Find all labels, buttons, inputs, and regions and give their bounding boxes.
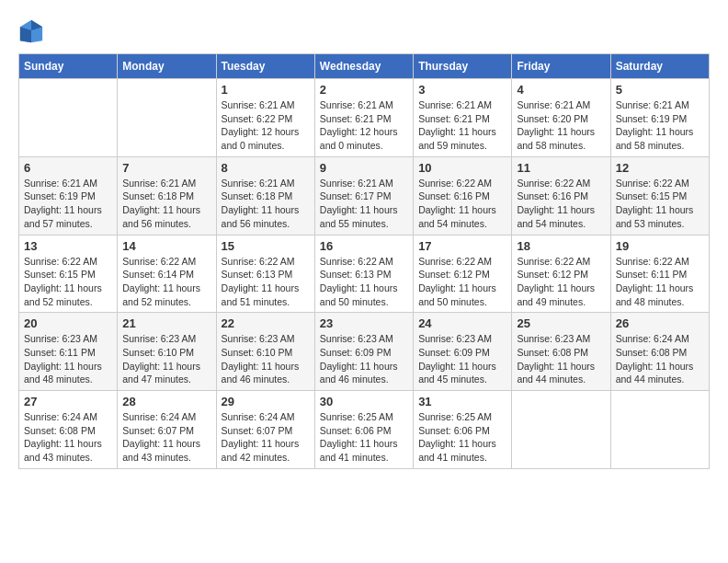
calendar-week-1: 1Sunrise: 6:21 AM Sunset: 6:22 PM Daylig… [19, 79, 710, 157]
day-number: 20 [24, 316, 112, 330]
day-content: Sunrise: 6:24 AM Sunset: 6:08 PM Dayligh… [24, 410, 112, 465]
calendar-cell [118, 79, 216, 157]
calendar-cell: 25Sunrise: 6:23 AM Sunset: 6:08 PM Dayli… [512, 313, 610, 391]
day-content: Sunrise: 6:22 AM Sunset: 6:12 PM Dayligh… [418, 255, 506, 309]
header-cell-tuesday: Tuesday [216, 54, 314, 79]
calendar-cell: 10Sunrise: 6:22 AM Sunset: 6:16 PM Dayli… [414, 156, 512, 235]
calendar-cell: 16Sunrise: 6:22 AM Sunset: 6:13 PM Dayli… [314, 235, 413, 313]
day-number: 17 [418, 239, 506, 253]
calendar-week-5: 27Sunrise: 6:24 AM Sunset: 6:08 PM Dayli… [19, 391, 710, 469]
calendar-cell: 5Sunrise: 6:21 AM Sunset: 6:19 PM Daylig… [610, 79, 709, 157]
day-number: 9 [320, 161, 408, 175]
calendar-cell [610, 391, 709, 469]
day-content: Sunrise: 6:22 AM Sunset: 6:13 PM Dayligh… [320, 255, 408, 309]
day-number: 12 [616, 161, 704, 175]
logo [18, 18, 46, 44]
calendar-header: SundayMondayTuesdayWednesdayThursdayFrid… [19, 54, 710, 79]
day-content: Sunrise: 6:23 AM Sunset: 6:08 PM Dayligh… [517, 332, 605, 386]
calendar-week-4: 20Sunrise: 6:23 AM Sunset: 6:11 PM Dayli… [19, 313, 710, 391]
day-number: 16 [320, 239, 408, 253]
calendar-cell: 27Sunrise: 6:24 AM Sunset: 6:08 PM Dayli… [19, 391, 118, 469]
day-content: Sunrise: 6:22 AM Sunset: 6:11 PM Dayligh… [616, 255, 704, 309]
calendar-cell: 6Sunrise: 6:21 AM Sunset: 6:19 PM Daylig… [19, 156, 118, 235]
calendar-cell: 18Sunrise: 6:22 AM Sunset: 6:12 PM Dayli… [512, 235, 610, 313]
day-number: 7 [122, 161, 210, 175]
day-number: 18 [517, 239, 605, 253]
day-content: Sunrise: 6:22 AM Sunset: 6:16 PM Dayligh… [418, 177, 506, 231]
calendar-cell: 24Sunrise: 6:23 AM Sunset: 6:09 PM Dayli… [414, 313, 512, 391]
calendar-cell: 23Sunrise: 6:23 AM Sunset: 6:09 PM Dayli… [314, 313, 413, 391]
day-number: 28 [122, 395, 210, 408]
calendar-cell: 7Sunrise: 6:21 AM Sunset: 6:18 PM Daylig… [118, 156, 216, 235]
day-content: Sunrise: 6:22 AM Sunset: 6:14 PM Dayligh… [122, 255, 210, 309]
day-content: Sunrise: 6:22 AM Sunset: 6:13 PM Dayligh… [222, 255, 310, 309]
day-number: 5 [616, 83, 704, 97]
calendar-cell: 15Sunrise: 6:22 AM Sunset: 6:13 PM Dayli… [216, 235, 314, 313]
calendar-cell: 3Sunrise: 6:21 AM Sunset: 6:21 PM Daylig… [414, 79, 512, 157]
calendar-cell: 19Sunrise: 6:22 AM Sunset: 6:11 PM Dayli… [610, 235, 709, 313]
day-content: Sunrise: 6:21 AM Sunset: 6:20 PM Dayligh… [517, 98, 605, 153]
day-number: 11 [517, 161, 605, 175]
calendar-cell: 20Sunrise: 6:23 AM Sunset: 6:11 PM Dayli… [19, 313, 118, 391]
day-number: 22 [222, 316, 310, 330]
day-number: 26 [616, 316, 704, 330]
page-header [18, 18, 710, 44]
day-number: 23 [320, 316, 408, 330]
header-cell-thursday: Thursday [414, 54, 512, 79]
calendar-cell: 29Sunrise: 6:24 AM Sunset: 6:07 PM Dayli… [216, 391, 314, 469]
day-number: 30 [320, 395, 408, 408]
calendar-table: SundayMondayTuesdayWednesdayThursdayFrid… [18, 53, 710, 469]
header-cell-saturday: Saturday [610, 54, 709, 79]
day-number: 2 [320, 83, 408, 97]
calendar-cell [512, 391, 610, 469]
day-content: Sunrise: 6:21 AM Sunset: 6:22 PM Dayligh… [222, 98, 310, 153]
day-content: Sunrise: 6:21 AM Sunset: 6:19 PM Dayligh… [24, 177, 112, 231]
calendar-cell: 11Sunrise: 6:22 AM Sunset: 6:16 PM Dayli… [512, 156, 610, 235]
logo-icon [18, 18, 44, 44]
day-content: Sunrise: 6:22 AM Sunset: 6:16 PM Dayligh… [517, 177, 605, 231]
day-content: Sunrise: 6:24 AM Sunset: 6:07 PM Dayligh… [222, 410, 310, 465]
day-content: Sunrise: 6:21 AM Sunset: 6:21 PM Dayligh… [320, 98, 408, 153]
day-number: 27 [24, 395, 112, 408]
calendar-cell: 30Sunrise: 6:25 AM Sunset: 6:06 PM Dayli… [314, 391, 413, 469]
day-content: Sunrise: 6:23 AM Sunset: 6:09 PM Dayligh… [320, 332, 408, 386]
day-content: Sunrise: 6:23 AM Sunset: 6:09 PM Dayligh… [418, 332, 506, 386]
calendar-cell: 1Sunrise: 6:21 AM Sunset: 6:22 PM Daylig… [216, 79, 314, 157]
day-content: Sunrise: 6:24 AM Sunset: 6:08 PM Dayligh… [616, 332, 704, 386]
calendar-cell: 4Sunrise: 6:21 AM Sunset: 6:20 PM Daylig… [512, 79, 610, 157]
calendar-cell: 13Sunrise: 6:22 AM Sunset: 6:15 PM Dayli… [19, 235, 118, 313]
day-content: Sunrise: 6:23 AM Sunset: 6:10 PM Dayligh… [122, 332, 210, 386]
day-content: Sunrise: 6:22 AM Sunset: 6:15 PM Dayligh… [616, 177, 704, 231]
calendar-cell: 17Sunrise: 6:22 AM Sunset: 6:12 PM Dayli… [414, 235, 512, 313]
day-number: 14 [122, 239, 210, 253]
calendar-cell: 22Sunrise: 6:23 AM Sunset: 6:10 PM Dayli… [216, 313, 314, 391]
day-number: 4 [517, 83, 605, 97]
day-content: Sunrise: 6:21 AM Sunset: 6:19 PM Dayligh… [616, 98, 704, 153]
calendar-cell: 9Sunrise: 6:21 AM Sunset: 6:17 PM Daylig… [314, 156, 413, 235]
header-cell-wednesday: Wednesday [314, 54, 413, 79]
day-number: 21 [122, 316, 210, 330]
day-content: Sunrise: 6:24 AM Sunset: 6:07 PM Dayligh… [122, 410, 210, 465]
calendar-cell: 12Sunrise: 6:22 AM Sunset: 6:15 PM Dayli… [610, 156, 709, 235]
calendar-cell [19, 79, 118, 157]
calendar-week-3: 13Sunrise: 6:22 AM Sunset: 6:15 PM Dayli… [19, 235, 710, 313]
day-content: Sunrise: 6:21 AM Sunset: 6:18 PM Dayligh… [222, 177, 310, 231]
day-content: Sunrise: 6:23 AM Sunset: 6:11 PM Dayligh… [24, 332, 112, 386]
header-row: SundayMondayTuesdayWednesdayThursdayFrid… [19, 54, 710, 79]
calendar-body: 1Sunrise: 6:21 AM Sunset: 6:22 PM Daylig… [19, 79, 710, 469]
calendar-cell: 28Sunrise: 6:24 AM Sunset: 6:07 PM Dayli… [118, 391, 216, 469]
day-number: 24 [418, 316, 506, 330]
calendar-cell: 14Sunrise: 6:22 AM Sunset: 6:14 PM Dayli… [118, 235, 216, 313]
day-content: Sunrise: 6:22 AM Sunset: 6:12 PM Dayligh… [517, 255, 605, 309]
day-number: 25 [517, 316, 605, 330]
day-content: Sunrise: 6:21 AM Sunset: 6:18 PM Dayligh… [122, 177, 210, 231]
day-content: Sunrise: 6:25 AM Sunset: 6:06 PM Dayligh… [320, 410, 408, 465]
calendar-week-2: 6Sunrise: 6:21 AM Sunset: 6:19 PM Daylig… [19, 156, 710, 235]
day-number: 1 [222, 83, 310, 97]
day-content: Sunrise: 6:23 AM Sunset: 6:10 PM Dayligh… [222, 332, 310, 386]
day-number: 8 [222, 161, 310, 175]
header-cell-sunday: Sunday [19, 54, 118, 79]
calendar-cell: 31Sunrise: 6:25 AM Sunset: 6:06 PM Dayli… [414, 391, 512, 469]
day-number: 15 [222, 239, 310, 253]
calendar-cell: 21Sunrise: 6:23 AM Sunset: 6:10 PM Dayli… [118, 313, 216, 391]
